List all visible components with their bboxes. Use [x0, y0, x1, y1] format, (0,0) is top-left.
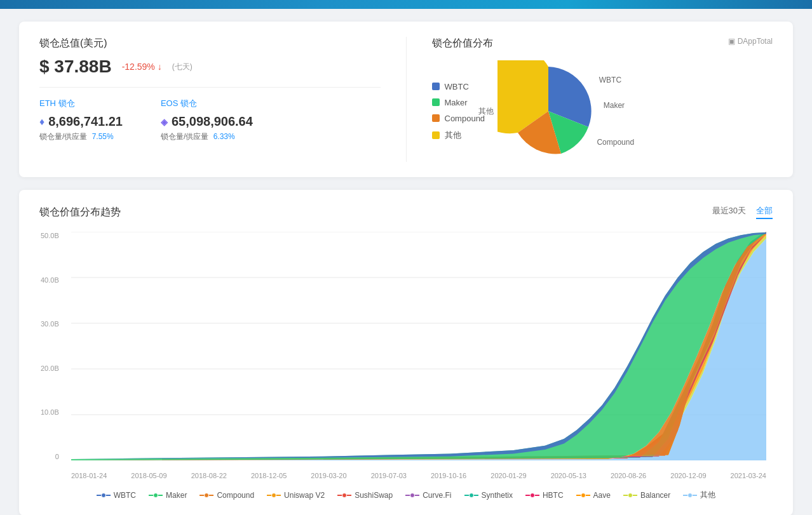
dapptotal-logo: ▣ DAppTotal [728, 37, 773, 46]
legend-other: 其他 [683, 490, 715, 500]
chart-legend: WBTC Maker Compound [39, 490, 773, 500]
legend-curve-label: Curve.Fi [423, 491, 451, 500]
legend-compound-icon [200, 492, 213, 498]
area-chart-svg [71, 232, 766, 460]
svg-point-24 [272, 493, 276, 497]
legend-label-other: 其他 [445, 130, 461, 141]
pie-title: 锁仓价值分布 [432, 37, 773, 50]
x-label-2: 2018-08-22 [191, 472, 227, 479]
main-content: 锁仓总值(美元) $ 37.88B -12.59% ↓ (七天) ETH 锁仓 … [0, 9, 812, 515]
eos-stat: EOS 锁仓 ◈ 65,098,906.64 锁仓量/供应量 6.33% [161, 98, 253, 142]
top-bar [0, 0, 812, 9]
svg-point-28 [410, 493, 415, 497]
legend-label-maker: Maker [445, 98, 468, 107]
legend-sushi: SushiSwap [337, 490, 393, 500]
eos-value: 65,098,906.64 [172, 114, 253, 129]
legend-other-label: 其他 [700, 490, 715, 500]
svg-point-34 [581, 493, 585, 497]
eth-ratio: 7.55% [92, 132, 114, 141]
legend-balancer-icon [623, 492, 637, 498]
svg-point-18 [101, 493, 105, 497]
legend-aave-icon [576, 492, 590, 498]
pie-section: ▣ DAppTotal 锁仓价值分布 WBTC Maker Com [407, 37, 773, 162]
legend-maker-label: Maker [166, 491, 187, 500]
eos-label: EOS 锁仓 [161, 98, 253, 109]
svg-point-38 [688, 493, 693, 497]
x-label-8: 2020-05-13 [551, 472, 586, 479]
legend-item-maker: Maker [432, 98, 485, 107]
sub-stats: ETH 锁仓 ♦ 8,696,741.21 锁仓量/供应量 7.55% EOS … [39, 98, 381, 142]
svg-point-20 [154, 493, 158, 497]
legend-wbtc-label: WBTC [114, 491, 136, 500]
legend-aave-label: Aave [593, 491, 611, 500]
trend-title: 锁仓价值分布趋势 [39, 206, 121, 219]
eth-label: ETH 锁仓 [39, 98, 123, 109]
svg-point-32 [530, 493, 534, 497]
y-label-20: 20.0B [41, 365, 59, 372]
eth-ratio-row: 锁仓量/供应量 7.55% [39, 131, 123, 142]
x-label-6: 2019-10-16 [431, 472, 466, 479]
pie-chart: WBTC Maker Compound [497, 60, 599, 162]
pie-label-other: 其他 [478, 106, 494, 117]
legend-uniswap-icon [267, 492, 281, 498]
legend-curve: Curve.Fi [405, 490, 451, 500]
y-label-10: 10.0B [41, 408, 59, 416]
legend-synthetix: Synthetix [464, 490, 513, 500]
total-value: $ 37.88B [39, 57, 112, 77]
trend-header: 锁仓价值分布趋势 最近30天 全部 [39, 205, 773, 219]
y-axis: 50.0B 40.0B 30.0B 20.0B 10.0B 0 [41, 232, 59, 460]
chart-container: 50.0B 40.0B 30.0B 20.0B 10.0B 0 [71, 232, 766, 479]
trend-tabs: 最近30天 全部 [712, 205, 773, 219]
svg-point-22 [205, 493, 209, 497]
legend-wbtc: WBTC [97, 490, 136, 500]
pie-wrapper: 其他 [497, 60, 599, 162]
legend-hbtc-icon [525, 492, 539, 498]
legend-other-icon [683, 492, 697, 498]
eos-ratio-row: 锁仓量/供应量 6.33% [161, 131, 253, 142]
tab-all[interactable]: 全部 [756, 205, 773, 219]
x-label-4: 2019-03-20 [311, 472, 346, 479]
trend-card: 锁仓价值分布趋势 最近30天 全部 50.0B 40.0B 30.0B 20.0… [19, 190, 793, 515]
legend-item-other: 其他 [432, 130, 485, 141]
legend-sushi-label: SushiSwap [355, 491, 393, 500]
pie-label-maker: Maker [604, 101, 625, 110]
eth-value-row: ♦ 8,696,741.21 [39, 114, 123, 129]
eos-icon: ◈ [161, 117, 168, 127]
stats-left: 锁仓总值(美元) $ 37.88B -12.59% ↓ (七天) ETH 锁仓 … [39, 37, 407, 162]
y-label-50: 50.0B [41, 232, 59, 239]
y-label-0: 0 [55, 453, 59, 460]
legend-hbtc: HBTC [525, 490, 564, 500]
dapptotal-icon: ▣ [728, 37, 735, 46]
legend-dot-compound [432, 114, 440, 122]
legend-hbtc-label: HBTC [543, 491, 564, 500]
x-label-0: 2018-01-24 [71, 472, 107, 479]
svg-marker-15 [71, 232, 766, 460]
legend-compound-label: Compound [217, 491, 254, 500]
legend-label-wbtc: WBTC [445, 82, 469, 91]
tab-30days[interactable]: 最近30天 [712, 205, 746, 219]
legend-uniswap-label: Uniswap V2 [284, 491, 325, 500]
legend-balancer: Balancer [623, 490, 670, 500]
x-label-1: 2018-05-09 [131, 472, 166, 479]
legend-maker: Maker [149, 490, 187, 500]
svg-point-30 [469, 493, 473, 497]
legend-aave: Aave [576, 490, 611, 500]
chart-svg-container [71, 232, 766, 460]
eth-value: 8,696,741.21 [48, 114, 123, 129]
svg-point-36 [628, 493, 632, 497]
total-value-row: $ 37.88B -12.59% ↓ (七天) [39, 57, 381, 88]
change-period: (七天) [172, 62, 193, 72]
x-label-3: 2018-12-05 [251, 472, 287, 479]
x-label-7: 2020-01-29 [491, 472, 526, 479]
pie-label-compound: Compound [597, 138, 634, 147]
eos-value-row: ◈ 65,098,906.64 [161, 114, 253, 129]
overview-card: 锁仓总值(美元) $ 37.88B -12.59% ↓ (七天) ETH 锁仓 … [19, 22, 793, 177]
x-label-9: 2020-08-26 [611, 472, 646, 479]
svg-point-26 [342, 493, 347, 497]
x-label-11: 2021-03-24 [731, 472, 766, 479]
legend-synthetix-label: Synthetix [482, 491, 513, 500]
legend-synthetix-icon [464, 492, 478, 498]
legend-balancer-label: Balancer [640, 491, 670, 500]
x-axis: 2018-01-24 2018-05-09 2018-08-22 2018-12… [71, 472, 766, 479]
legend-dot-wbtc [432, 83, 440, 90]
